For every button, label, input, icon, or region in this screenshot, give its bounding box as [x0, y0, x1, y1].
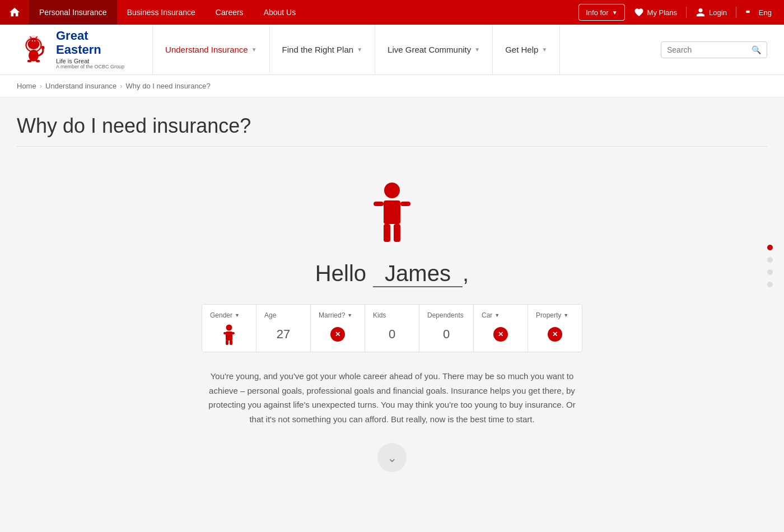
main-nav-live-great-community[interactable]: Live Great Community ▼ — [375, 25, 493, 74]
logo-member: A member of the OCBC Group — [56, 64, 124, 70]
side-dot-3[interactable] — [767, 269, 773, 275]
search-input[interactable] — [667, 45, 752, 54]
svg-rect-18 — [384, 224, 390, 242]
svg-point-6 — [30, 38, 38, 46]
language-icon — [745, 7, 755, 17]
kids-value[interactable]: 0 — [389, 324, 395, 345]
breadcrumb-bar: Home › Understand insurance › Why do I n… — [0, 75, 784, 97]
info-for-button[interactable]: Info for ▼ — [578, 4, 624, 21]
info-for-label: Info for — [586, 8, 608, 17]
svg-point-11 — [27, 60, 32, 63]
married-value[interactable] — [330, 324, 345, 345]
property-arrow-icon: ▼ — [563, 312, 568, 318]
home-button[interactable] — [0, 0, 29, 25]
person-icon — [367, 180, 417, 248]
dependents-label: Dependents — [427, 311, 464, 319]
side-dot-1[interactable] — [767, 245, 773, 250]
search-box[interactable]: 🔍 — [661, 41, 767, 58]
my-plans-label: My Plans — [647, 8, 677, 17]
dependents-card: Dependents 0 — [419, 305, 474, 352]
age-label: Age — [264, 311, 276, 319]
svg-point-8 — [34, 40, 35, 41]
get-help-arrow-icon: ▼ — [542, 46, 547, 53]
description-text: You're young, and you've got your whole … — [207, 369, 577, 426]
logo-lion-icon — [17, 32, 50, 66]
hello-text: Hello , — [315, 261, 469, 287]
main-nav-get-help[interactable]: Get Help ▼ — [493, 25, 560, 74]
svg-rect-24 — [226, 340, 228, 345]
property-x-button[interactable] — [548, 327, 562, 342]
main-content: Why do I need insurance? Hello , — [0, 97, 784, 517]
page-title: Why do I need insurance? — [17, 114, 767, 147]
live-great-community-arrow-icon: ▼ — [474, 46, 480, 53]
chevron-down-icon: ⌄ — [387, 452, 397, 464]
gender-card: Gender ▼ — [202, 305, 256, 352]
info-for-arrow-icon: ▼ — [612, 10, 618, 16]
side-dot-4[interactable] — [767, 282, 773, 287]
breadcrumb-current: Why do I need insurance? — [126, 82, 211, 90]
property-value[interactable] — [548, 324, 562, 345]
breadcrumb-understand-insurance[interactable]: Understand insurance — [45, 82, 116, 90]
svg-rect-19 — [394, 224, 400, 242]
main-nav-understand-insurance[interactable]: Understand Insurance ▼ — [152, 25, 270, 74]
svg-point-5 — [29, 50, 39, 62]
logo-eastern: Eastern — [56, 43, 124, 57]
property-label: Property ▼ — [536, 311, 568, 319]
car-x-button[interactable] — [493, 327, 508, 342]
logo[interactable]: Great Eastern Life is Great A member of … — [17, 29, 124, 69]
main-nav-find-right-plan[interactable]: Find the Right Plan ▼ — [270, 25, 375, 74]
find-right-plan-arrow-icon: ▼ — [357, 46, 362, 53]
svg-rect-16 — [374, 202, 384, 206]
hero-section: Hello , Gender ▼ — [17, 158, 767, 511]
age-value[interactable]: 27 — [277, 324, 290, 345]
gender-label: Gender ▼ — [210, 311, 240, 319]
login-label: Login — [709, 8, 727, 17]
user-icon — [696, 7, 706, 17]
my-plans-button[interactable]: My Plans — [627, 0, 684, 25]
married-card: Married? ▼ — [311, 305, 365, 352]
svg-rect-22 — [223, 332, 227, 334]
svg-point-20 — [226, 325, 232, 331]
svg-rect-25 — [230, 340, 232, 345]
top-navigation: Personal Insurance Business Insurance Ca… — [0, 0, 784, 25]
logo-tagline: Life is Great — [56, 58, 124, 64]
top-nav-items: Personal Insurance Business Insurance Ca… — [29, 0, 578, 25]
understand-insurance-arrow-icon: ▼ — [251, 46, 257, 53]
car-card: Car ▼ — [474, 305, 528, 352]
nav-divider-2 — [736, 7, 736, 18]
svg-rect-0 — [746, 11, 749, 13]
name-input[interactable] — [373, 261, 463, 287]
married-arrow-icon: ▼ — [347, 312, 352, 318]
login-button[interactable]: Login — [689, 0, 734, 25]
gender-value[interactable] — [221, 324, 237, 345]
property-card: Property ▼ — [528, 305, 582, 352]
language-button[interactable]: Eng — [739, 0, 778, 25]
kids-card: Kids 0 — [365, 305, 419, 352]
svg-point-7 — [32, 40, 33, 41]
svg-rect-23 — [231, 332, 235, 334]
top-nav-item-personal-insurance[interactable]: Personal Insurance — [29, 0, 117, 25]
main-nav-items: Understand Insurance ▼ Find the Right Pl… — [152, 25, 650, 74]
top-nav-item-business-insurance[interactable]: Business Insurance — [117, 0, 206, 25]
logo-text: Great Eastern Life is Great A member of … — [56, 29, 124, 69]
married-x-button[interactable] — [330, 327, 345, 342]
top-nav-item-careers[interactable]: Careers — [206, 0, 254, 25]
car-value[interactable] — [493, 324, 508, 345]
car-label: Car ▼ — [482, 311, 500, 319]
svg-rect-15 — [384, 200, 400, 224]
home-icon — [8, 6, 21, 18]
hello-comma: , — [463, 261, 469, 286]
breadcrumb-home[interactable]: Home — [17, 82, 36, 90]
language-label: Eng — [759, 8, 772, 17]
gender-arrow-icon: ▼ — [235, 312, 240, 318]
top-nav-right: Info for ▼ My Plans Login Eng — [578, 0, 778, 25]
side-dot-2[interactable] — [767, 257, 773, 263]
svg-rect-17 — [400, 202, 410, 206]
heart-icon — [634, 7, 644, 17]
scroll-down-button[interactable]: ⌄ — [377, 443, 407, 472]
top-nav-item-about-us[interactable]: About Us — [254, 0, 306, 25]
dependents-value[interactable]: 0 — [443, 324, 450, 345]
person-illustration — [367, 180, 417, 250]
car-arrow-icon: ▼ — [494, 312, 500, 318]
svg-point-12 — [36, 60, 40, 63]
